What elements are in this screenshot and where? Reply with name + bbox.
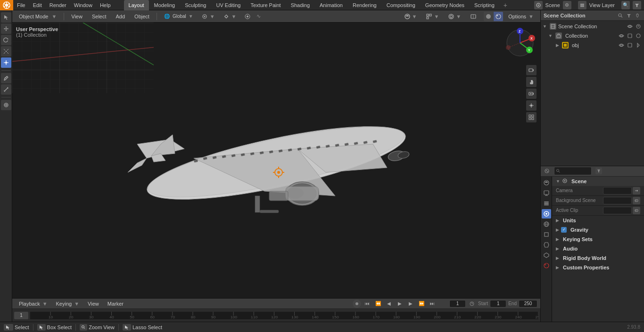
obj-visible-icon[interactable]	[618, 41, 625, 49]
rigid-body-expand-row[interactable]: ▶ Rigid Body World	[552, 253, 644, 263]
marker-btn[interactable]: Marker	[104, 300, 127, 308]
world-props-icon[interactable]	[542, 219, 551, 229]
jump-end-btn[interactable]: ⏭	[428, 300, 437, 308]
camera-icon-btn[interactable]	[526, 89, 537, 99]
collection-render-icon[interactable]	[635, 32, 642, 40]
outliner-collection-row[interactable]: ▼ Collection	[541, 31, 644, 40]
snap-btn[interactable]: ▼	[220, 13, 240, 20]
hand-tool-btn[interactable]	[526, 77, 537, 87]
view-layer-props-icon[interactable]	[542, 199, 551, 208]
ruler-bar[interactable]: 10 20 30 40 50 60 70 80 90 100 110	[30, 312, 538, 319]
modifier-props-icon[interactable]	[542, 240, 551, 250]
annotate-tool[interactable]	[1, 73, 11, 83]
play-btn[interactable]: ▶	[395, 300, 405, 308]
scene-section-title[interactable]: ▼ Scene	[552, 177, 644, 186]
tab-animation[interactable]: Animation	[315, 0, 347, 10]
menu-help[interactable]: Help	[96, 0, 115, 10]
overlays-btn[interactable]: ▼	[444, 12, 465, 21]
scene-props-icon[interactable]	[542, 209, 551, 219]
output-props-icon[interactable]	[542, 188, 551, 198]
active-clip-field-btn[interactable]	[633, 207, 640, 214]
render-props-icon[interactable]	[542, 178, 551, 187]
menu-file[interactable]: File	[13, 0, 29, 10]
tab-shading[interactable]: Shading	[286, 0, 314, 10]
material-props-icon[interactable]	[542, 261, 551, 270]
keying-sets-expand-row[interactable]: ▶ Keying Sets	[552, 235, 644, 244]
prev-frame-btn[interactable]: ⏪	[373, 300, 383, 308]
tab-uv-editing[interactable]: UV Editing	[211, 0, 245, 10]
scene-render-icon[interactable]	[635, 23, 642, 30]
audio-expand-row[interactable]: ▶ Audio	[552, 244, 644, 253]
rendered-shading-btn[interactable]	[494, 12, 503, 21]
options-btn[interactable]: Options ▼	[504, 13, 537, 20]
move-tool[interactable]	[1, 24, 11, 34]
props-filter-icon[interactable]	[544, 168, 550, 174]
scene-visible-icon[interactable]	[626, 23, 634, 30]
obj-extra-icon[interactable]	[635, 41, 642, 49]
timeline-frame-marker[interactable]: 1	[14, 312, 28, 319]
tab-scripting[interactable]: Scripting	[470, 0, 499, 10]
gravity-expand-row[interactable]: ▶ ✓ Gravity	[552, 225, 644, 235]
tab-modeling[interactable]: Modeling	[149, 0, 180, 10]
start-frame-input[interactable]: 1	[490, 300, 506, 308]
object-mode-btn[interactable]: Object Mode ▼	[15, 13, 60, 20]
end-frame-input[interactable]: 250	[519, 300, 537, 308]
obj-exclude-icon[interactable]	[626, 41, 634, 49]
rotate-tool[interactable]	[1, 35, 11, 45]
props-filter2-icon[interactable]	[595, 168, 602, 174]
active-clip-field[interactable]	[603, 207, 632, 214]
data-props-icon[interactable]	[542, 251, 551, 260]
outliner-scene-collection-row[interactable]: ▼ Scene Collection	[541, 22, 644, 31]
viewport-canvas[interactable]: User Perspective (1) Collection	[12, 23, 540, 298]
tab-sculpting[interactable]: Sculpting	[180, 0, 211, 10]
filter-btn[interactable]	[633, 1, 641, 9]
timeline-view-btn[interactable]: View	[84, 300, 103, 308]
quad-view-btn[interactable]	[526, 112, 537, 122]
select-menu-btn[interactable]: Select	[88, 13, 110, 20]
menu-edit[interactable]: Edit	[29, 0, 46, 10]
next-keyframe-btn[interactable]: ▶	[406, 300, 415, 308]
proportional-btn[interactable]	[241, 13, 254, 20]
transform-tool[interactable]	[1, 57, 11, 68]
add-workspace-btn[interactable]: +	[500, 0, 511, 10]
custom-props-expand-row[interactable]: ▶ Custom Properties	[552, 263, 644, 272]
pivot-btn[interactable]: ▼	[198, 13, 219, 20]
current-frame-input[interactable]: 1	[449, 300, 466, 308]
menu-render[interactable]: Render	[46, 0, 70, 10]
curve-btn[interactable]: ∿	[255, 13, 262, 20]
global-btn[interactable]: 🌐 Global ▼	[160, 13, 197, 20]
add-menu-btn[interactable]: Add	[112, 13, 129, 20]
bg-scene-field[interactable]	[603, 197, 632, 204]
scene-settings-btn[interactable]: ⚙	[563, 1, 571, 9]
outliner-obj-row[interactable]: ▶ obj	[541, 40, 644, 50]
camera-field[interactable]	[603, 187, 632, 194]
outliner-filter-icon[interactable]	[625, 12, 633, 19]
tab-texture-paint[interactable]: Texture Paint	[246, 0, 285, 10]
record-btn[interactable]	[353, 300, 361, 308]
viewport-gizmo[interactable]: X Y Z	[504, 26, 537, 59]
camera-field-btn[interactable]	[633, 187, 640, 194]
gizmo-toggle-btn[interactable]: ▼	[422, 12, 443, 21]
view-layer-btn[interactable]	[578, 1, 586, 9]
units-expand-row[interactable]: ▶ Units	[552, 216, 644, 225]
playback-btn[interactable]: Playback ▼	[15, 300, 51, 308]
properties-search[interactable]	[554, 167, 592, 175]
tab-geometry-nodes[interactable]: Geometry Nodes	[421, 0, 469, 10]
outliner-search-icon[interactable]	[617, 12, 624, 19]
scale-tool[interactable]	[1, 46, 11, 57]
measure-tool[interactable]	[1, 84, 11, 95]
camera-view-btn[interactable]	[526, 65, 537, 75]
tab-layout[interactable]: Layout	[124, 0, 149, 10]
gravity-checkbox[interactable]: ✓	[561, 227, 567, 233]
view-menu-btn[interactable]: View	[67, 13, 86, 20]
xray-toggle-btn[interactable]	[466, 12, 480, 21]
scene-icon-btn[interactable]	[534, 1, 543, 9]
timeline-ruler[interactable]: 1 10 20 30 40 50	[12, 309, 540, 322]
search-scene-btn[interactable]: 🔍	[621, 1, 630, 9]
prev-keyframe-btn[interactable]: ◀	[384, 300, 394, 308]
add-object-tool[interactable]	[1, 100, 11, 110]
collection-exclude-icon[interactable]	[626, 32, 634, 40]
collection-visible-icon[interactable]	[618, 32, 625, 40]
menu-window[interactable]: Window	[70, 0, 96, 10]
viewport-shading-btn[interactable]: ▼	[400, 12, 421, 21]
